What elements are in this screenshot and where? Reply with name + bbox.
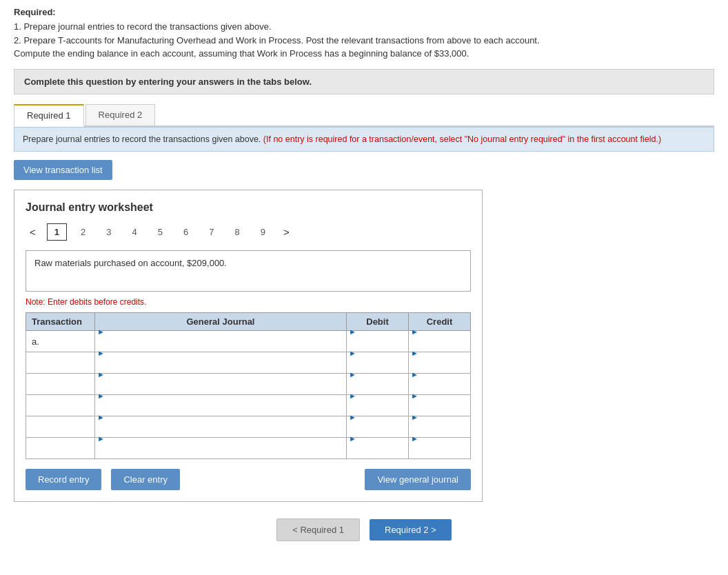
row-5-arrow: ►: [95, 413, 105, 421]
journal-table: Transaction General Journal Debit Credit…: [26, 312, 471, 459]
record-entry-button[interactable]: Record entry: [26, 469, 101, 490]
th-general-journal: General Journal: [95, 313, 347, 331]
row-1-debit-arrow: ►: [347, 327, 356, 336]
row-6-debit-input[interactable]: [347, 443, 408, 464]
worksheet-title: Journal entry worksheet: [26, 201, 471, 214]
row-1-credit-arrow: ►: [409, 327, 418, 336]
row-3-journal-input[interactable]: [95, 379, 346, 400]
page-1[interactable]: 1: [47, 223, 67, 241]
row-6-journal-input[interactable]: [95, 443, 346, 464]
page-4[interactable]: 4: [125, 224, 143, 240]
complete-box: Complete this question by entering your …: [14, 69, 714, 94]
instruction-main-text: Prepare journal entries to record the tr…: [23, 134, 261, 144]
page-9[interactable]: 9: [254, 224, 272, 240]
instruction-line-3: Compute the ending balance in each accou…: [14, 47, 714, 61]
instruction-line-1: 1. Prepare journal entries to record the…: [14, 20, 714, 34]
th-transaction: Transaction: [26, 313, 95, 331]
table-row: a. ► ► ►: [26, 331, 471, 352]
journal-entry-worksheet: Journal entry worksheet < 1 2 3 4 5 6 7 …: [14, 190, 483, 502]
action-buttons-row: Record entry Clear entry View general jo…: [26, 469, 471, 490]
tab-required2[interactable]: Required 2: [85, 104, 156, 125]
row-3-arrow: ►: [95, 370, 105, 379]
row-5-journal-input[interactable]: [95, 422, 346, 443]
row-1-journal-cell: ►: [95, 331, 347, 352]
row-6-credit-input[interactable]: [409, 443, 470, 464]
row-6-transaction: [26, 438, 95, 459]
instruction-line-2: 2. Prepare T-accounts for Manufacturing …: [14, 34, 714, 48]
required-label: Required:: [14, 7, 714, 17]
instruction-bar: Prepare journal entries to record the tr…: [14, 127, 714, 152]
row-6-arrow: ►: [95, 434, 105, 443]
row-4-journal-input[interactable]: [95, 401, 346, 421]
row-1-arrow: ►: [95, 327, 105, 336]
bottom-nav: < Required 1 Required 2 >: [14, 518, 714, 541]
pagination-row: < 1 2 3 4 5 6 7 8 9 >: [26, 223, 471, 241]
page-3[interactable]: 3: [99, 224, 118, 240]
row-3-transaction: [26, 374, 95, 395]
row-2-transaction: [26, 352, 95, 374]
row-1-journal-input[interactable]: [95, 336, 346, 357]
note-text: Note: Enter debits before credits.: [26, 297, 471, 307]
row-5-credit-arrow: ►: [409, 413, 418, 421]
tabs-row: Required 1 Required 2: [14, 104, 714, 127]
transaction-description: Raw materials purchased on account, $209…: [26, 250, 471, 292]
row-3-debit-arrow: ►: [347, 370, 356, 379]
row-4-credit-arrow: ►: [409, 392, 418, 400]
view-transaction-button[interactable]: View transaction list: [14, 160, 112, 180]
page-2[interactable]: 2: [74, 224, 92, 240]
row-2-arrow: ►: [95, 349, 105, 357]
row-5-debit-arrow: ►: [347, 413, 356, 421]
page-8[interactable]: 8: [228, 224, 246, 240]
row-4-arrow: ►: [95, 392, 105, 400]
row-3-credit-arrow: ►: [409, 370, 418, 379]
instructions-block: 1. Prepare journal entries to record the…: [14, 20, 714, 61]
row-6-credit-arrow: ►: [409, 434, 418, 443]
page-7[interactable]: 7: [202, 224, 221, 240]
row-5-transaction: [26, 416, 95, 438]
row-1-transaction: a.: [26, 331, 95, 352]
prev-page-arrow[interactable]: <: [26, 225, 40, 239]
page-5[interactable]: 5: [151, 224, 170, 240]
row-6-debit-arrow: ►: [347, 434, 356, 443]
row-4-debit-arrow: ►: [347, 392, 356, 400]
view-general-journal-button[interactable]: View general journal: [365, 469, 471, 490]
clear-entry-button[interactable]: Clear entry: [111, 469, 180, 490]
row-2-credit-arrow: ►: [409, 349, 418, 357]
next-page-arrow[interactable]: >: [279, 225, 294, 239]
instruction-red-text: (If no entry is required for a transacti…: [263, 134, 661, 144]
tab-required1[interactable]: Required 1: [14, 104, 84, 127]
next-required-button[interactable]: Required 2 >: [370, 519, 452, 541]
row-2-journal-input[interactable]: [95, 358, 346, 379]
row-4-transaction: [26, 395, 95, 416]
row-2-debit-arrow: ►: [347, 349, 356, 357]
page-6[interactable]: 6: [176, 224, 195, 240]
prev-required-button[interactable]: < Required 1: [276, 518, 360, 541]
